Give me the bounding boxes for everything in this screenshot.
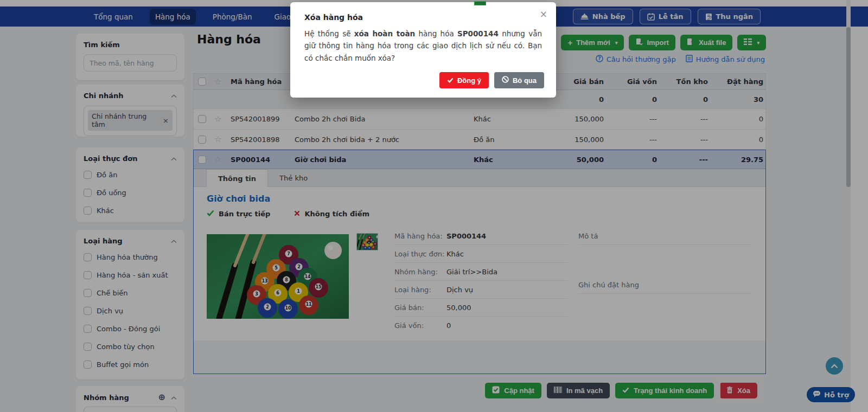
delete-confirm-modal: Xóa hàng hóa × Hệ thống sẽ xóa hoàn toàn…	[290, 2, 556, 98]
cancel-button[interactable]: Bỏ qua	[494, 72, 544, 88]
confirm-label: Đồng ý	[457, 76, 481, 85]
cancel-label: Bỏ qua	[513, 76, 537, 85]
modal-title: Xóa hàng hóa	[304, 13, 363, 22]
close-icon[interactable]: ×	[540, 9, 547, 20]
green-indicator-bar	[474, 1, 486, 5]
confirm-delete-button[interactable]: Đồng ý	[439, 72, 489, 88]
check-icon	[447, 76, 454, 85]
ban-icon	[502, 76, 509, 85]
modal-message: Hệ thống sẽ xóa hoàn toàn hàng hóa SP000…	[304, 28, 542, 64]
